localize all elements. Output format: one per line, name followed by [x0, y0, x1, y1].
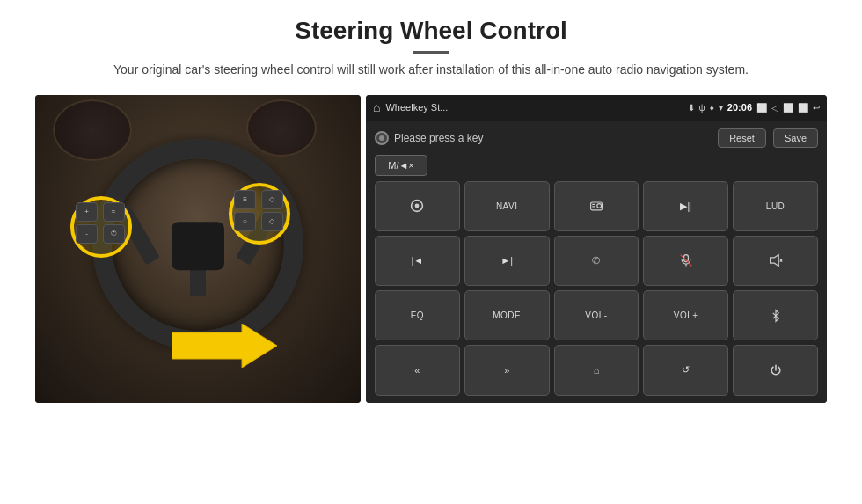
location-icon: ♦	[710, 103, 714, 113]
bluetooth-icon	[769, 309, 783, 323]
screen-content: Please press a key Reset Save M/◄× NAVI	[366, 121, 827, 403]
radio-dot-inner	[379, 135, 384, 141]
svg-point-4	[597, 204, 602, 208]
lud-button[interactable]: LUD	[733, 181, 818, 231]
power-button[interactable]	[733, 345, 818, 395]
power-icon	[769, 363, 783, 377]
arrow-container	[172, 324, 277, 368]
usb-icon: ψ	[699, 103, 705, 113]
download-icon: ⬇	[688, 103, 695, 113]
phone-icon: ✆	[592, 255, 600, 267]
content-area: + ≈ - ✆ ≡ ◇ ○ ◇	[35, 95, 827, 403]
title-section: Steering Wheel Control Your original car…	[113, 16, 749, 79]
save-button[interactable]: Save	[773, 128, 818, 148]
mute-row: M/◄×	[375, 155, 818, 176]
mic-slash-icon	[679, 253, 693, 267]
head-unit-screen: ⌂ Wheelkey St... ⬇ ψ ♦ ▾ 20:06 ⬜ ◁ ⬜ ⬜ ↩	[366, 95, 827, 403]
back-icon: ↩	[813, 103, 820, 113]
mute-icon	[769, 253, 783, 267]
sw-background: + ≈ - ✆ ≡ ◇ ○ ◇	[35, 95, 361, 403]
vol-minus-button[interactable]: VOL-	[554, 290, 639, 340]
voice-button[interactable]	[643, 236, 728, 286]
title-divider	[413, 51, 449, 54]
volume-icon: ◁	[771, 103, 778, 113]
reset-button[interactable]: Reset	[718, 128, 766, 148]
gauge-left	[53, 99, 132, 161]
home-screen-icon: ⌂	[594, 365, 600, 376]
prev-icon: |◄	[412, 255, 424, 266]
camera-icon: ⬜	[756, 103, 767, 113]
mute-button[interactable]: M/◄×	[375, 155, 427, 176]
page-wrapper: Steering Wheel Control Your original car…	[0, 0, 862, 504]
page-title: Steering Wheel Control	[113, 16, 749, 46]
radio-dot	[375, 131, 389, 145]
navi-button[interactable]: NAVI	[464, 181, 550, 231]
status-time: 20:06	[727, 102, 752, 113]
svg-point-2	[415, 204, 420, 208]
fastfwd-icon: »	[504, 365, 509, 376]
mode-button[interactable]: MODE	[464, 290, 550, 340]
svg-marker-10	[770, 255, 778, 267]
sw-btn-phone: ✆	[103, 224, 125, 244]
mute-x-button[interactable]	[733, 236, 818, 286]
phone-button[interactable]: ✆	[554, 236, 639, 286]
sw-buttons-right: ≡ ◇ ○ ◇	[234, 190, 285, 231]
sw-btn-r2: ○	[234, 212, 256, 231]
control-grid: NAVI ▶‖ LUD |	[375, 181, 818, 396]
press-key-text: Please press a key	[394, 132, 483, 144]
prev-button[interactable]: |◄	[375, 236, 460, 286]
play-pause-icon: ▶‖	[680, 201, 692, 212]
fastfwd-button[interactable]: »	[464, 345, 550, 395]
refresh-icon: ↺	[682, 364, 690, 376]
sw-btn-r1: ◇	[261, 190, 283, 209]
subtitle: Your original car's steering wheel contr…	[113, 61, 749, 79]
app-name-label: Wheelkey St...	[385, 102, 682, 113]
next-button[interactable]: ►|	[464, 236, 550, 286]
gauge-right	[246, 99, 317, 157]
sw-center-hub	[172, 222, 224, 270]
press-key-indicator: Please press a key	[375, 131, 711, 145]
sw-btn-minus: -	[76, 224, 98, 244]
home-icon: ⌂	[373, 100, 380, 114]
radio-icon	[589, 199, 603, 213]
eq-button[interactable]: EQ	[375, 290, 460, 340]
top-row: Please press a key Reset Save	[375, 128, 818, 148]
steering-wheel-image: + ≈ - ✆ ≡ ◇ ○ ◇	[35, 95, 361, 403]
source-icon	[410, 199, 424, 213]
source-button[interactable]	[375, 181, 460, 231]
rewind-button[interactable]: «	[375, 345, 460, 395]
home-screen-button[interactable]: ⌂	[554, 345, 639, 395]
bluetooth-button[interactable]	[733, 290, 818, 340]
wifi-icon: ▾	[719, 103, 723, 113]
play-pause-button[interactable]: ▶‖	[643, 181, 728, 231]
status-bar: ⌂ Wheelkey St... ⬇ ψ ♦ ▾ 20:06 ⬜ ◁ ⬜ ⬜ ↩	[366, 95, 827, 121]
sw-btn-r3: ◇	[261, 212, 283, 231]
mirror-icon: ⬜	[798, 103, 808, 113]
sw-btn-vol: ≈	[103, 202, 125, 222]
sw-buttons-left: + ≈ - ✆	[76, 202, 127, 244]
sw-btn-menu: ≡	[234, 190, 256, 209]
radio-button[interactable]	[554, 181, 639, 231]
sw-btn-plus: +	[76, 202, 98, 222]
screen-icon: ⬜	[783, 103, 793, 113]
yellow-arrow-icon	[172, 324, 277, 368]
svg-marker-0	[172, 324, 277, 368]
vol-plus-button[interactable]: VOL+	[643, 290, 728, 340]
refresh-button[interactable]: ↺	[643, 345, 728, 395]
next-icon: ►|	[500, 255, 513, 266]
rewind-icon: «	[414, 365, 420, 376]
status-icons: ⬇ ψ ♦ ▾ 20:06 ⬜ ◁ ⬜ ⬜ ↩	[688, 102, 820, 113]
